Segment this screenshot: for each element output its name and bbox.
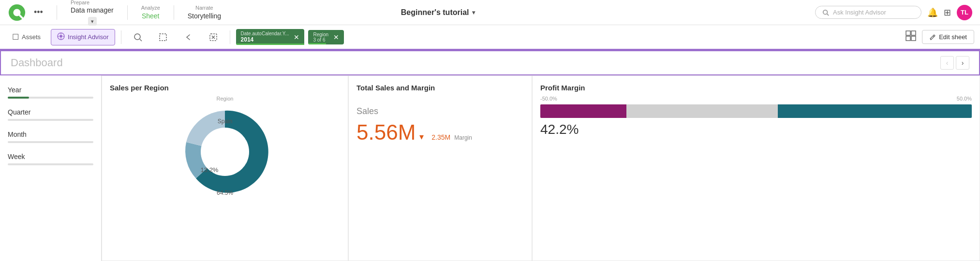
filter-quarter[interactable]: Quarter (0, 103, 101, 126)
lasso-icon (159, 33, 167, 42)
dashboard-title: Dashboard (11, 57, 940, 69)
edit-sheet-label: Edit sheet (939, 33, 967, 41)
analyze-title: Sheet (142, 12, 160, 20)
svg-line-12 (140, 39, 142, 41)
filter-quarter-slider[interactable] (8, 119, 93, 121)
percent2-label: 64.5% (217, 189, 233, 196)
filter-week-label: Week (8, 153, 93, 160)
svg-rect-17 (906, 31, 910, 35)
toolbar-right: Edit sheet (904, 29, 974, 45)
sales-region-title: Sales per Region (110, 84, 340, 92)
more-options-icon[interactable]: ••• (34, 7, 43, 17)
toolbar: ☐ Assets Insight Advisor (0, 25, 980, 50)
sales-figures: 5.56M ▾ 2.35M Margin (356, 120, 524, 145)
dashboard-header: Dashboard ‹ › (0, 50, 980, 75)
filter-chip-date[interactable]: Date.autoCalendar.Y... 2014 ✕ (236, 29, 305, 45)
main-content: Year Quarter Month Week Sale (0, 75, 980, 261)
profit-bar-neutral (626, 104, 777, 118)
narrate-title: Storytelling (188, 12, 221, 20)
analyze-label: Analyze (141, 4, 160, 11)
svg-line-21 (933, 36, 934, 37)
nav-next-button[interactable]: › (956, 56, 969, 70)
nav-separator (57, 5, 57, 20)
profit-title: Profit Margin (540, 84, 972, 92)
back-icon (184, 33, 193, 42)
prepare-label: Prepare (71, 0, 89, 6)
sidebar: Year Quarter Month Week (0, 75, 102, 261)
top-nav: ••• Prepare Data manager ▾ Analyze Sheet… (0, 0, 980, 25)
clear-button[interactable] (203, 29, 224, 45)
svg-rect-19 (906, 36, 910, 41)
filter-week-slider[interactable] (8, 163, 93, 165)
smart-search-icon (134, 33, 142, 42)
filter-month[interactable]: Month (0, 126, 101, 148)
filter-year-slider[interactable] (8, 97, 93, 99)
bell-icon[interactable]: 🔔 (927, 7, 938, 18)
lasso-button[interactable] (152, 29, 174, 45)
svg-rect-18 (911, 31, 916, 35)
app-title-text: Beginner's tutorial (401, 8, 469, 17)
total-sales-title: Total Sales and Margin (356, 84, 524, 92)
filter-week[interactable]: Week (0, 148, 101, 170)
grid-view-button[interactable] (904, 29, 918, 45)
svg-rect-20 (911, 36, 916, 41)
back-button[interactable] (178, 29, 199, 45)
total-sales-panel: Total Sales and Margin Sales 5.56M ▾ 2.3… (348, 75, 532, 261)
filter-year-label: Year (8, 86, 93, 94)
toolbar-separator-1 (121, 30, 121, 44)
prepare-dropdown-arrow[interactable]: ▾ (88, 17, 97, 26)
toolbar-separator-2 (230, 30, 230, 44)
filter-chip-date-value: 2014 (241, 36, 289, 43)
filter-year[interactable]: Year (0, 81, 101, 103)
insight-svg (57, 32, 65, 40)
profit-bar-positive (778, 104, 972, 118)
nav-arrows: ‹ › (940, 56, 969, 70)
margin-value: 2.35M (431, 133, 450, 141)
nav-prepare[interactable]: Prepare Data manager ▾ (63, 0, 121, 28)
svg-point-6 (59, 35, 62, 38)
profit-axis: -50.0% 50.0% (540, 96, 972, 102)
search-placeholder: Ask Insight Advisor (833, 9, 886, 16)
svg-point-11 (134, 34, 140, 40)
edit-sheet-button[interactable]: Edit sheet (922, 30, 974, 44)
spain-label: Spain (218, 118, 233, 125)
insight-advisor-button[interactable]: Insight Advisor (51, 29, 115, 45)
nav-narrate[interactable]: Narrate Storytelling (180, 2, 229, 22)
sales-region-panel: Sales per Region Region Spain 13.2% 64 (102, 75, 348, 261)
donut-chart: Spain 13.2% 64.5% (177, 103, 273, 200)
filter-chip-region-value: 3 of 6 (313, 37, 328, 43)
sales-region-subtitle: Region (110, 96, 340, 102)
filter-chip-date-close[interactable]: ✕ (294, 33, 299, 41)
margin-label: Margin (454, 134, 472, 141)
app-title[interactable]: Beginner's tutorial ▾ (401, 8, 475, 17)
filter-chip-date-label: Date.autoCalendar.Y... (241, 31, 289, 36)
margin-arrow: ▾ (419, 131, 424, 142)
sales-value: 5.56M (356, 120, 416, 145)
filter-chip-region-close[interactable]: ✕ (333, 33, 339, 41)
sales-label: Sales (356, 106, 524, 116)
filter-month-label: Month (8, 130, 93, 138)
profit-bar-negative (540, 104, 626, 118)
search-box[interactable]: Ask Insight Advisor (815, 6, 921, 19)
filter-chip-region[interactable]: Region 3 of 6 ✕ (308, 30, 344, 44)
filter-quarter-label: Quarter (8, 108, 93, 116)
profit-panel: Profit Margin -50.0% 50.0% 42.2% (532, 75, 980, 261)
narrate-label: Narrate (195, 4, 213, 11)
nav-analyze[interactable]: Analyze Sheet (134, 2, 168, 22)
filter-month-slider[interactable] (8, 141, 93, 143)
clear-icon (209, 33, 218, 42)
smart-search-button[interactable] (127, 29, 148, 45)
assets-button[interactable]: ☐ Assets (6, 29, 47, 45)
nav-prev-button[interactable]: ‹ (940, 56, 954, 70)
assets-icon: ☐ (12, 32, 19, 42)
profit-axis-left: -50.0% (540, 96, 557, 102)
user-avatar[interactable]: TL (957, 5, 972, 20)
profit-axis-right: 50.0% (957, 96, 972, 102)
search-icon (822, 9, 829, 16)
profit-bar (540, 104, 972, 118)
svg-point-3 (823, 10, 828, 14)
app-title-chevron: ▾ (472, 9, 475, 16)
qlik-logo[interactable] (8, 3, 26, 22)
insight-icon (57, 32, 65, 42)
apps-grid-icon[interactable]: ⊞ (944, 7, 951, 18)
